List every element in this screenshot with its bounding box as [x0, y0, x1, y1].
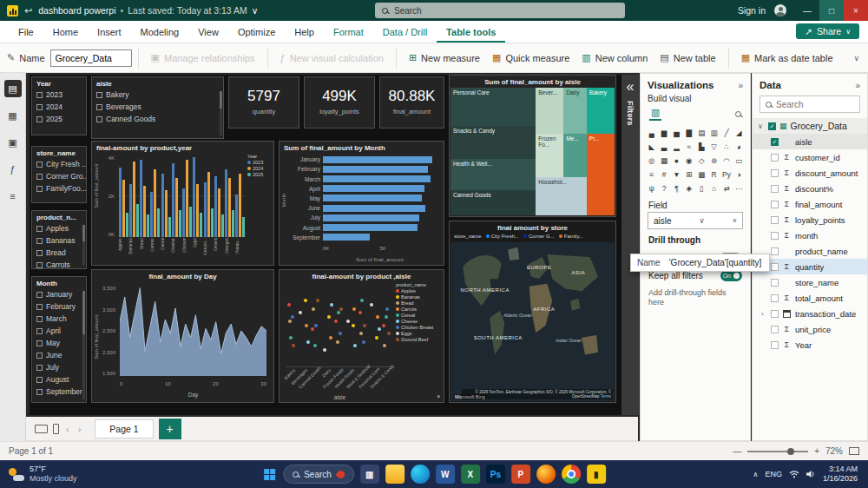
- donut-chart-icon[interactable]: ◎: [646, 154, 657, 167]
- legend-item-bananas[interactable]: Bananas: [396, 294, 441, 300]
- legend-item-cereal[interactable]: Cereal: [396, 313, 441, 318]
- report-view-icon[interactable]: ▤: [4, 80, 22, 97]
- card-icon[interactable]: ▭: [733, 154, 745, 167]
- field-unit-price[interactable]: Σunit_price: [753, 321, 867, 337]
- bar-cereal-2025[interactable]: [168, 217, 171, 238]
- treemap-node-bever[interactable]: Bever...: [536, 88, 563, 134]
- checkbox-icon[interactable]: [36, 116, 43, 122]
- ribbon-tab-format[interactable]: Format: [324, 21, 373, 43]
- pie-chart-icon[interactable]: ◕: [733, 140, 745, 153]
- bar-apples-2024[interactable]: [122, 180, 125, 237]
- line-stacked-column-chart-icon[interactable]: ▃: [658, 140, 669, 153]
- azure-map-icon[interactable]: ⊚: [708, 154, 720, 167]
- slicer-item-april[interactable]: April: [32, 325, 86, 337]
- checkbox-icon[interactable]: [96, 116, 102, 122]
- bar-september[interactable]: [323, 234, 370, 241]
- treemap-node-bakery[interactable]: Bakery: [587, 88, 615, 134]
- scatter-point-cereal[interactable]: [360, 299, 364, 302]
- bar-bread-2024[interactable]: [143, 186, 146, 237]
- field-checkbox[interactable]: [771, 263, 779, 271]
- slicer-item-august[interactable]: August: [32, 373, 86, 386]
- close-button[interactable]: ×: [844, 0, 868, 21]
- legend-item-apples[interactable]: Apples: [396, 288, 441, 293]
- titlebar-search[interactable]: [375, 3, 625, 18]
- zoom-slider[interactable]: [747, 451, 808, 452]
- table-expand-icon[interactable]: ∨: [758, 122, 765, 130]
- legend-item-ground-beef[interactable]: Ground Beef: [396, 337, 441, 342]
- multi-row-card-icon[interactable]: ≡: [646, 168, 657, 181]
- legend-item-city-fresh[interactable]: City Fresh...: [486, 234, 519, 239]
- zoom-out-icon[interactable]: —: [733, 446, 741, 456]
- bar-august[interactable]: [323, 224, 418, 231]
- table-checkbox[interactable]: ✓: [768, 122, 776, 130]
- kpi-card-final-amount[interactable]: 80.88K final_amount: [379, 76, 444, 129]
- smart-narrative-icon[interactable]: ¶: [671, 181, 682, 195]
- collapse-ribbon-icon[interactable]: ∨: [853, 54, 859, 63]
- treemap-node-canned-goods[interactable]: Canned Goods: [450, 190, 536, 215]
- bar-chicken-2024[interactable]: [186, 160, 188, 237]
- slicer-year[interactable]: Year202320242025: [31, 76, 87, 135]
- weather-widget[interactable]: 57°FMostly cloudy: [0, 465, 148, 484]
- slicer-item-bread[interactable]: Bread: [32, 247, 86, 259]
- ribbon-tab-view[interactable]: View: [188, 21, 228, 43]
- line-clustered-column-chart-icon[interactable]: ▂: [671, 140, 682, 153]
- scatter-point-bananas[interactable]: [327, 315, 331, 319]
- toolbar-new-measure[interactable]: ⊞New measure: [403, 43, 486, 72]
- bar-onions-2023[interactable]: [214, 176, 217, 238]
- scatter-point-carrots[interactable]: [376, 315, 379, 319]
- scatter-point-ground-beef[interactable]: [292, 344, 295, 347]
- bar-ground-2024[interactable]: [207, 172, 210, 237]
- field-checkbox[interactable]: ✓: [771, 138, 779, 146]
- axis-field-dropdown-icon[interactable]: ▾: [437, 393, 440, 400]
- scatter-point-bread[interactable]: [312, 307, 315, 311]
- field-total-amount[interactable]: Σtotal_amount: [753, 290, 867, 306]
- slicer-item-city-fresh[interactable]: City Fresh ...: [32, 158, 86, 170]
- scatter-point-cheese[interactable]: [330, 303, 333, 307]
- sign-in-link[interactable]: Sign in: [738, 5, 766, 16]
- bar-chicken-2025[interactable]: [189, 207, 192, 237]
- field-chevron-icon[interactable]: ∨: [699, 216, 705, 225]
- slicer-scrollbar[interactable]: [220, 91, 222, 135]
- slicer-scrollbar[interactable]: [82, 291, 85, 399]
- slicer-item-carrots[interactable]: Carrots: [32, 259, 86, 269]
- field-final-amount[interactable]: Σfinal_amount: [753, 196, 867, 212]
- scatter-point-carrots[interactable]: [329, 336, 332, 340]
- scatter-point-cereal[interactable]: [337, 311, 340, 314]
- bar-ground-2023[interactable]: [204, 182, 207, 237]
- treemap-node-health-well[interactable]: Health & Well...: [450, 159, 536, 189]
- share-button[interactable]: ↗ Share ∨: [796, 23, 859, 39]
- treemap-node-pr[interactable]: Pr...: [587, 134, 615, 215]
- scatter-point-chicken-breast[interactable]: [314, 324, 318, 327]
- 100-stacked-column-chart-icon[interactable]: ▥: [708, 126, 720, 139]
- bar-eggs-2024[interactable]: [196, 184, 199, 237]
- slicer-item-september[interactable]: September: [32, 386, 86, 398]
- language-indicator[interactable]: ENG: [765, 470, 782, 478]
- decomposition-tree-icon[interactable]: ψ: [646, 181, 657, 195]
- toolbar-new-column[interactable]: ▥New column: [575, 43, 654, 72]
- area-chart-visual[interactable]: final_amount by Day Sum of final_amount …: [91, 269, 274, 403]
- checkbox-icon[interactable]: [36, 226, 43, 232]
- ribbon-tab-table-tools[interactable]: Table tools: [437, 21, 505, 43]
- checkbox-icon[interactable]: [36, 292, 43, 298]
- field-checkbox[interactable]: [771, 201, 779, 208]
- field-checkbox[interactable]: [771, 169, 779, 177]
- field-checkbox[interactable]: [771, 185, 779, 193]
- bar-cereal-2024[interactable]: [165, 190, 168, 237]
- slicer-item-apples[interactable]: Apples: [32, 222, 86, 234]
- checkbox-icon[interactable]: [36, 174, 43, 180]
- checkbox-icon[interactable]: [96, 104, 102, 110]
- start-button[interactable]: [262, 467, 277, 482]
- model-view-icon[interactable]: ▣: [4, 134, 22, 151]
- treemap-node-me[interactable]: Me...: [563, 134, 586, 177]
- titlebar-search-input[interactable]: [394, 6, 585, 16]
- scatter-chart-icon[interactable]: ∴: [720, 140, 732, 153]
- field-year[interactable]: ΣYear: [753, 337, 867, 353]
- scatter-point-cereal[interactable]: [385, 315, 388, 319]
- bar-onions-2024[interactable]: [218, 188, 220, 237]
- checkbox-icon[interactable]: [36, 304, 43, 310]
- bar-carrots-2023[interactable]: [150, 192, 153, 237]
- table-name-input[interactable]: [50, 49, 132, 67]
- funnel-chart-icon[interactable]: ▽: [708, 140, 720, 153]
- ribbon-tab-help[interactable]: Help: [285, 21, 324, 43]
- taskbar-search[interactable]: Search: [283, 465, 354, 484]
